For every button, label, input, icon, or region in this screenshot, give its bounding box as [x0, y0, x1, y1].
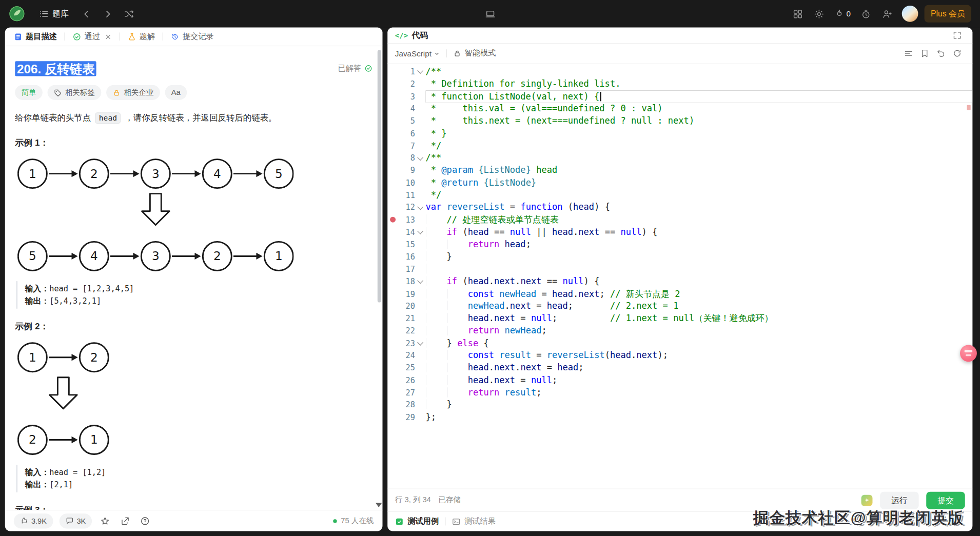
code-line[interactable]: 14 if (head == null || head.next == null…: [387, 226, 972, 239]
code-line[interactable]: 25 head.next.next = head;: [387, 362, 972, 374]
submit-button[interactable]: 提交: [926, 491, 965, 509]
fold-gutter[interactable]: [415, 66, 426, 78]
scroll-down-arrow[interactable]: [376, 503, 382, 508]
timer-button[interactable]: [857, 5, 874, 23]
tab-passed[interactable]: 通过: [71, 31, 113, 42]
fold-gutter[interactable]: [415, 176, 426, 189]
scrollbar-thumb[interactable]: [378, 50, 381, 302]
smart-mode-toggle[interactable]: 智能模式: [454, 48, 496, 59]
breakpoint-gutter[interactable]: [387, 300, 397, 312]
code-line[interactable]: 13 // 处理空链表或单节点链表: [387, 214, 972, 226]
star-button[interactable]: [100, 516, 110, 526]
app-logo[interactable]: [9, 6, 25, 22]
code-line[interactable]: 26 head.next = null;: [387, 374, 972, 386]
forward-button[interactable]: [99, 5, 116, 23]
breakpoint-gutter[interactable]: [387, 127, 397, 140]
tab-solutions[interactable]: 题解: [126, 31, 156, 42]
comments-button[interactable]: 3K: [59, 513, 92, 528]
breakpoint-gutter[interactable]: [387, 214, 397, 226]
undo-button[interactable]: [932, 45, 949, 62]
breakpoint-gutter[interactable]: [387, 164, 397, 176]
tab-description[interactable]: 题目描述: [12, 31, 58, 42]
fold-gutter[interactable]: [415, 275, 426, 288]
code-line[interactable]: 23 } else {: [387, 337, 972, 349]
fold-gutter[interactable]: [415, 337, 426, 349]
fold-gutter[interactable]: [415, 214, 426, 226]
code-line[interactable]: 21 head.next = null; // 1.next = null（关键…: [387, 312, 972, 325]
fold-gutter[interactable]: [415, 300, 426, 312]
breakpoint-gutter[interactable]: [387, 202, 397, 214]
fold-gutter[interactable]: [415, 189, 426, 201]
code-line[interactable]: 1/**: [387, 66, 972, 78]
related-tags-button[interactable]: 相关标签: [48, 85, 102, 100]
fold-gutter[interactable]: [415, 152, 426, 164]
tab-submissions[interactable]: 提交记录: [169, 31, 215, 42]
reset-code-button[interactable]: [949, 45, 965, 62]
fold-gutter[interactable]: [415, 362, 426, 374]
device-layout-button[interactable]: [481, 5, 499, 23]
code-line[interactable]: 10 * @return {ListNode}: [387, 176, 972, 189]
breakpoint-gutter[interactable]: [387, 288, 397, 300]
code-line[interactable]: 27 return result;: [387, 386, 972, 399]
format-code-button[interactable]: [900, 45, 916, 62]
code-line[interactable]: 22 return newHead;: [387, 325, 972, 337]
breakpoint-gutter[interactable]: [387, 189, 397, 201]
floating-activity-badge[interactable]: [960, 345, 977, 362]
code-line[interactable]: 12var reverseList = function (head) {: [387, 202, 972, 214]
code-line[interactable]: 2 * Definition for singly-linked list.: [387, 78, 972, 90]
bookmark-button[interactable]: [916, 45, 933, 62]
shuffle-button[interactable]: [120, 5, 138, 23]
breakpoint-gutter[interactable]: [387, 251, 397, 263]
breakpoint-gutter[interactable]: [387, 140, 397, 152]
breakpoint-gutter[interactable]: [387, 337, 397, 349]
breakpoint-gutter[interactable]: [387, 349, 397, 362]
user-avatar[interactable]: [902, 6, 918, 22]
language-selector[interactable]: JavaScript: [395, 49, 440, 58]
code-line[interactable]: 15 return head;: [387, 239, 972, 251]
code-line[interactable]: 17: [387, 263, 972, 275]
breakpoint-gutter[interactable]: [387, 115, 397, 127]
code-line[interactable]: 7 */: [387, 140, 972, 152]
fold-gutter[interactable]: [415, 239, 426, 251]
font-size-button[interactable]: Aa: [165, 85, 187, 100]
code-line[interactable]: 3 * function ListNode(val, next) {: [387, 90, 972, 103]
code-line[interactable]: 19 const newHead = head.next; // 新头节点是 2: [387, 288, 972, 300]
breakpoint-gutter[interactable]: [387, 176, 397, 189]
help-icon[interactable]: [140, 516, 150, 526]
related-companies-button[interactable]: 相关企业: [106, 85, 160, 100]
breakpoint-gutter[interactable]: [387, 263, 397, 275]
fold-gutter[interactable]: [415, 386, 426, 399]
fold-gutter[interactable]: [415, 127, 426, 140]
breakpoint-gutter[interactable]: [387, 90, 397, 103]
code-line[interactable]: 28 }: [387, 399, 972, 411]
code-line[interactable]: 9 * @param {ListNode} head: [387, 164, 972, 176]
code-editor[interactable]: 1/**2 * Definition for singly-linked lis…: [387, 64, 972, 488]
close-icon[interactable]: [104, 33, 112, 41]
breakpoint-gutter[interactable]: [387, 66, 397, 78]
code-line[interactable]: 24 const result = reverseList(head.next)…: [387, 349, 972, 362]
code-line[interactable]: 4 * this.val = (val===undefined ? 0 : va…: [387, 103, 972, 115]
breakpoint-gutter[interactable]: [387, 312, 397, 325]
code-line[interactable]: 29};: [387, 411, 972, 424]
fold-gutter[interactable]: [415, 349, 426, 362]
fold-gutter[interactable]: [415, 226, 426, 239]
problem-list-button[interactable]: 题库: [34, 5, 74, 24]
breakpoint-gutter[interactable]: [387, 103, 397, 115]
tab-test-result[interactable]: 测试结果: [452, 516, 496, 527]
code-line[interactable]: 16 }: [387, 251, 972, 263]
tab-testcase[interactable]: 测试用例: [395, 516, 439, 527]
settings-button[interactable]: [810, 5, 828, 23]
run-button[interactable]: 运行: [880, 491, 919, 509]
back-button[interactable]: [77, 5, 95, 23]
fold-gutter[interactable]: [415, 90, 426, 103]
breakpoint-gutter[interactable]: [387, 374, 397, 386]
breakpoint-gutter[interactable]: [387, 275, 397, 288]
fold-gutter[interactable]: [415, 374, 426, 386]
difficulty-badge[interactable]: 简单: [15, 85, 43, 100]
breakpoint-gutter[interactable]: [387, 152, 397, 164]
apps-grid-button[interactable]: [789, 5, 806, 23]
code-line[interactable]: 11 */: [387, 189, 972, 201]
code-line[interactable]: 20 newHead.next = head; // 2.next = 1: [387, 300, 972, 312]
fold-gutter[interactable]: [415, 251, 426, 263]
fold-gutter[interactable]: [415, 312, 426, 325]
